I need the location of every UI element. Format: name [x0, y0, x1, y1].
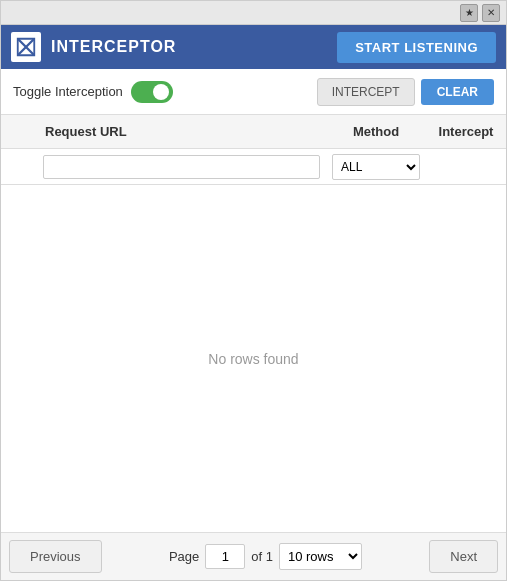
app-title: INTERCEPTOR	[51, 38, 337, 56]
previous-button[interactable]: Previous	[9, 540, 102, 573]
start-listening-button[interactable]: START LISTENING	[337, 32, 496, 63]
star-icon: ★	[465, 7, 474, 18]
page-number-input[interactable]	[205, 544, 245, 569]
page-of-label: of 1	[251, 549, 273, 564]
header-method: Method	[326, 124, 426, 139]
app-logo	[11, 32, 41, 62]
title-bar: INTERCEPTOR START LISTENING	[1, 25, 506, 69]
close-button[interactable]: ✕	[482, 4, 500, 22]
url-filter-input[interactable]	[43, 155, 320, 179]
clear-button[interactable]: CLEAR	[421, 79, 494, 105]
controls-bar: Toggle Interception INTERCEPT CLEAR	[1, 69, 506, 115]
toggle-label: Toggle Interception	[13, 84, 123, 99]
next-button[interactable]: Next	[429, 540, 498, 573]
page-info: Page of 1 10 rows 25 rows 50 rows 100 ro…	[102, 543, 430, 570]
filter-method-col: ALL GET POST PUT DELETE PATCH	[326, 154, 426, 180]
header-request-url: Request URL	[37, 124, 326, 139]
browser-chrome: ★ ✕	[1, 1, 506, 25]
page-label: Page	[169, 549, 199, 564]
close-icon: ✕	[487, 7, 495, 18]
table-body: No rows found	[1, 185, 506, 532]
toggle-slider	[131, 81, 173, 103]
logo-icon	[15, 36, 37, 58]
filter-url-col	[37, 155, 326, 179]
filter-row: ALL GET POST PUT DELETE PATCH	[1, 149, 506, 185]
rows-per-page-select[interactable]: 10 rows 25 rows 50 rows 100 rows	[279, 543, 362, 570]
interceptor-window: ★ ✕ INTERCEPTOR START LISTENING Toggle I…	[0, 0, 507, 581]
footer: Previous Page of 1 10 rows 25 rows 50 ro…	[1, 532, 506, 580]
star-button[interactable]: ★	[460, 4, 478, 22]
no-rows-message: No rows found	[1, 185, 506, 532]
table-header: Request URL Method Intercept	[1, 115, 506, 149]
intercept-button[interactable]: INTERCEPT	[317, 78, 415, 106]
toggle-interception-switch[interactable]	[131, 81, 173, 103]
header-intercept: Intercept	[426, 124, 506, 139]
method-filter-select[interactable]: ALL GET POST PUT DELETE PATCH	[332, 154, 420, 180]
